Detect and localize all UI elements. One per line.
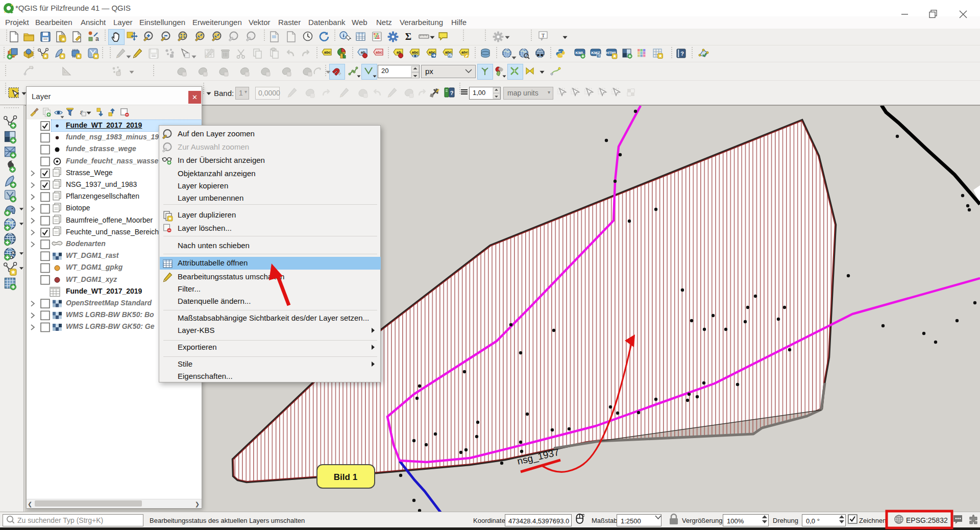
svg-text:Bild 1: Bild 1 xyxy=(334,472,357,482)
